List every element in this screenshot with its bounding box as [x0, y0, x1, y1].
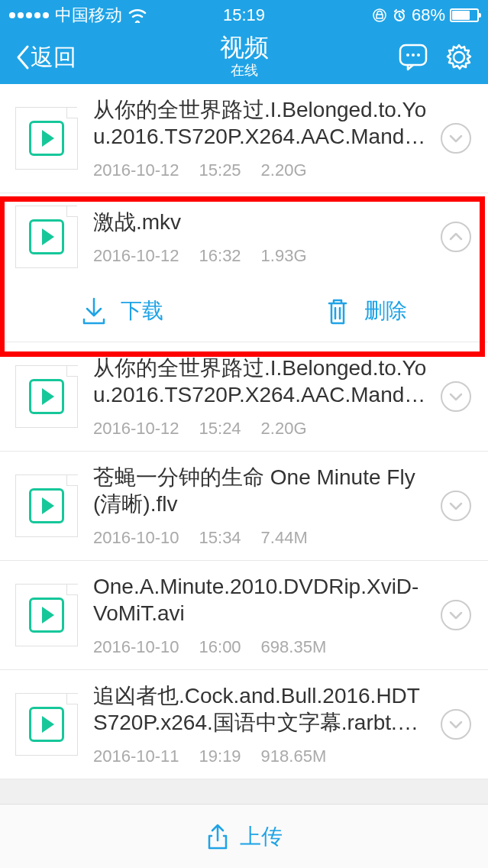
item-title: 激战.mkv [93, 209, 430, 235]
list-item[interactable]: 激战.mkv 2016-10-12 16:32 1.93G [0, 193, 488, 280]
item-time: 16:00 [199, 637, 241, 657]
item-time: 15:34 [199, 528, 241, 548]
orientation-lock-icon [372, 8, 387, 23]
item-content: One.A.Minute.2010.DVDRip.XviD-VoMiT.avi … [93, 573, 430, 657]
delete-label: 删除 [364, 296, 407, 326]
item-meta: 2016-10-12 15:24 2.20G [93, 419, 430, 439]
item-time: 15:25 [199, 160, 241, 180]
chevron-up-icon [448, 232, 464, 242]
video-file-icon [15, 584, 78, 646]
list-item[interactable]: 追凶者也.Cock.and.Bull.2016.HDTS720P.x264.国语… [0, 670, 488, 779]
video-file-icon [15, 365, 78, 428]
status-right: 68% [372, 5, 479, 25]
item-title: 苍蝇一分钟的生命 One Minute Fly (清晰).flv [93, 464, 430, 517]
item-content: 苍蝇一分钟的生命 One Minute Fly (清晰).flv 2016-10… [93, 464, 430, 548]
item-time: 15:24 [199, 419, 241, 439]
gear-icon[interactable] [444, 42, 474, 73]
expand-button[interactable] [441, 709, 471, 740]
status-time: 15:19 [223, 5, 265, 25]
chevron-down-icon [448, 610, 464, 620]
item-date: 2016-10-11 [93, 747, 179, 766]
chevron-down-icon [448, 391, 464, 402]
list-item[interactable]: 从你的全世界路过.I.Belonged.to.You.2016.TS720P.X… [0, 84, 488, 193]
battery-label: 68% [412, 5, 445, 25]
item-title: 从你的全世界路过.I.Belonged.to.You.2016.TS720P.X… [93, 96, 430, 150]
item-date: 2016-10-12 [93, 160, 179, 180]
item-content: 激战.mkv 2016-10-12 16:32 1.93G [93, 209, 430, 266]
expand-button[interactable] [441, 123, 471, 154]
item-meta: 2016-10-10 16:00 698.35M [93, 637, 430, 657]
status-bar: 中国移动 15:19 68% [0, 0, 488, 31]
back-button[interactable]: 返回 [14, 42, 76, 73]
svg-point-6 [454, 52, 464, 63]
item-date: 2016-10-10 [93, 637, 179, 657]
video-list: 从你的全世界路过.I.Belonged.to.You.2016.TS720P.X… [0, 84, 488, 779]
item-actions: 下载 删除 [0, 280, 488, 342]
svg-point-4 [412, 53, 415, 57]
item-meta: 2016-10-11 19:19 918.65M [93, 747, 430, 766]
list-item[interactable]: One.A.Minute.2010.DVDRip.XviD-VoMiT.avi … [0, 561, 488, 670]
delete-button[interactable]: 删除 [244, 280, 489, 342]
header: 返回 视频 在线 [0, 31, 488, 84]
page-title: 视频 [220, 35, 269, 60]
status-left: 中国移动 [9, 4, 147, 27]
list-item[interactable]: 苍蝇一分钟的生命 One Minute Fly (清晰).flv 2016-10… [0, 452, 488, 561]
item-content: 从你的全世界路过.I.Belonged.to.You.2016.TS720P.X… [93, 355, 430, 439]
item-title: 从你的全世界路过.I.Belonged.to.You.2016.TS720P.X… [93, 355, 430, 408]
expand-button[interactable] [441, 600, 471, 630]
header-center: 视频 在线 [220, 35, 269, 79]
item-size: 1.93G [261, 246, 307, 266]
svg-point-5 [417, 53, 420, 57]
item-size: 2.20G [261, 419, 307, 439]
item-title: One.A.Minute.2010.DVDRip.XviD-VoMiT.avi [93, 573, 430, 627]
alarm-icon [392, 8, 407, 23]
item-size: 698.35M [261, 637, 327, 657]
chevron-down-icon [448, 500, 464, 511]
chevron-down-icon [448, 133, 464, 144]
item-size: 2.20G [261, 160, 307, 180]
upload-button[interactable]: 上传 [0, 804, 488, 868]
svg-point-3 [406, 53, 409, 57]
page-subtitle: 在线 [220, 61, 269, 79]
wifi-icon [128, 8, 147, 23]
item-date: 2016-10-12 [93, 246, 179, 266]
item-title: 追凶者也.Cock.and.Bull.2016.HDTS720P.x264.国语… [93, 682, 430, 736]
download-icon [81, 296, 107, 326]
item-content: 从你的全世界路过.I.Belonged.to.You.2016.TS720P.X… [93, 96, 430, 180]
video-file-icon [15, 693, 78, 756]
list-item[interactable]: 从你的全世界路过.I.Belonged.to.You.2016.TS720P.X… [0, 342, 488, 452]
carrier-label: 中国移动 [55, 4, 122, 27]
item-meta: 2016-10-12 16:32 1.93G [93, 246, 430, 266]
download-button[interactable]: 下载 [0, 280, 244, 342]
video-file-icon [15, 107, 78, 170]
item-time: 19:19 [199, 747, 241, 766]
expand-button[interactable] [441, 381, 471, 412]
item-meta: 2016-10-12 15:25 2.20G [93, 160, 430, 180]
item-time: 16:32 [199, 246, 241, 266]
download-label: 下载 [121, 296, 163, 326]
video-file-icon [15, 206, 78, 268]
collapse-button[interactable] [441, 222, 471, 252]
chevron-left-icon [14, 44, 32, 71]
item-size: 918.65M [261, 747, 327, 766]
item-size: 7.44M [261, 528, 308, 548]
trash-icon [325, 296, 351, 326]
item-date: 2016-10-10 [93, 528, 179, 548]
signal-icon [9, 12, 49, 18]
item-content: 追凶者也.Cock.and.Bull.2016.HDTS720P.x264.国语… [93, 682, 430, 766]
chevron-down-icon [448, 719, 464, 730]
header-actions [398, 42, 474, 73]
video-file-icon [15, 474, 78, 537]
item-meta: 2016-10-10 15:34 7.44M [93, 528, 430, 548]
back-label: 返回 [31, 42, 76, 73]
expand-button[interactable] [441, 491, 471, 521]
upload-icon [206, 822, 229, 851]
battery-icon [450, 8, 479, 22]
item-date: 2016-10-12 [93, 419, 179, 439]
upload-label: 上传 [240, 822, 283, 851]
chat-icon[interactable] [398, 43, 428, 72]
